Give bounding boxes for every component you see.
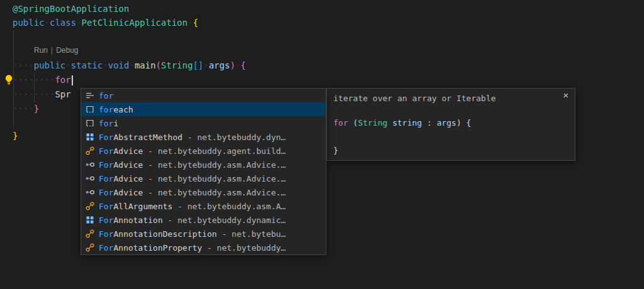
enum-member-icon [85, 173, 95, 183]
suggestion-label: ForAdvice [99, 174, 143, 183]
main-declaration-line[interactable]: ····public·static·void·main(String[]·arg… [13, 59, 246, 72]
code-token: ) { [457, 118, 471, 128]
docs-code-line [333, 130, 570, 144]
suggestion-rest-text: AnnotationDescription [113, 229, 216, 239]
suggestion-label: ForAnnotationDescription [99, 229, 217, 239]
suggestion-label: ForAdvice [99, 160, 143, 170]
suggestion-item[interactable]: ForAdvice - net.bytebuddy.asm.Advice.… [81, 185, 326, 199]
suggestion-item[interactable]: ForAnnotationProperty - net.bytebuddy… [81, 241, 326, 254]
suggestion-detail: - net.bytebuddy.asm.Advice.… [143, 160, 286, 170]
suggestion-label: ForAllArguments [99, 202, 172, 211]
code-token: · [235, 60, 240, 70]
suggestion-detail: - net.bytebuddy.asm.A… [172, 202, 286, 211]
suggestion-detail: - net.bytebuddy.asm.Advice.… [143, 188, 286, 197]
suggestion-match-text: For [99, 202, 113, 211]
docs-summary: iterate over an array or Iterable [327, 89, 575, 103]
codelens-separator: | [51, 46, 53, 55]
enum-member-icon [85, 187, 95, 197]
vscode-editor[interactable]: { "theme": { "editor_background": "#1e1e… [0, 0, 644, 289]
suggestion-match-text: For [99, 215, 113, 225]
suggestion-match-text: for [99, 119, 113, 128]
suggestion-rest-text: Advice [113, 146, 143, 156]
code-token: · [45, 18, 50, 28]
suggestion-rest-text: Annotation [113, 215, 162, 225]
class-declaration-line[interactable]: public·class·PetClinicApplication·{ [13, 16, 198, 30]
suggestion-detail: - net.bytebuddy.dynamic… [163, 215, 286, 225]
suggestion-label: ForAbstractMethod [99, 133, 182, 142]
suggestion-detail: - net.bytebu… [217, 229, 286, 239]
code-token: @SpringBootApplication [13, 4, 129, 14]
code-token: for [333, 118, 348, 128]
code-token: void [108, 60, 130, 70]
class-icon [85, 229, 95, 239]
class-icon [85, 243, 95, 253]
suggestion-match-text: For [99, 146, 113, 156]
code-token: String [161, 60, 193, 70]
code-token: ········ [13, 75, 55, 85]
interface-icon [85, 132, 95, 142]
keyword-icon [85, 90, 95, 101]
suggestion-match-text: For [99, 174, 113, 183]
code-token: ( [156, 60, 161, 70]
code-token: public [13, 18, 45, 28]
class-close-brace-line[interactable]: } [13, 129, 18, 143]
suggestion-rest-text: AbstractMethod [113, 133, 182, 142]
code-token: { [241, 60, 246, 70]
codelens: Run|Debug [34, 45, 79, 55]
code-token: · [65, 60, 70, 70]
suggestion-label: ForAnnotationProperty [99, 243, 202, 253]
close-icon[interactable]: × [563, 90, 569, 101]
codelens-debug-link[interactable]: Debug [56, 46, 78, 55]
suggestion-item[interactable]: ForAllArguments - net.bytebuddy.asm.A… [81, 199, 326, 213]
suggestion-match-text: For [99, 229, 113, 239]
code-token: } [333, 146, 338, 155]
code-token: ( [348, 118, 358, 128]
code-token: ···· [13, 104, 34, 114]
snippet-icon [85, 104, 95, 114]
annotation-line[interactable]: @SpringBootApplication [13, 3, 129, 16]
code-token: Spr [55, 89, 70, 99]
docs-panel: iterate over an array or Iterable × for … [326, 88, 575, 161]
suggestion-item[interactable]: ForAnnotationDescription - net.bytebu… [81, 227, 326, 241]
partial-spring-line[interactable]: ········Spr [13, 88, 71, 101]
suggestion-label: ForAdvice [99, 188, 143, 197]
typed-for-line[interactable]: ········for [13, 74, 73, 87]
suggestion-label: ForAnnotation [99, 215, 163, 225]
code-token [387, 118, 392, 128]
suggestion-detail: - net.bytebuddy… [202, 243, 286, 253]
codelens-run-link[interactable]: Run [34, 46, 48, 55]
suggestion-match-text: For [99, 133, 113, 142]
code-token: string [392, 118, 422, 128]
suggestion-match-text: for [99, 91, 113, 101]
suggestion-label: foreach [99, 105, 133, 114]
suggestion-detail: - net.bytebuddy.agent.build… [143, 146, 286, 156]
suggestion-detail: - net.bytebuddy.asm.Advice.… [143, 174, 286, 183]
suggestion-rest-text: i [113, 119, 118, 128]
suggestion-item[interactable]: fori [81, 116, 326, 130]
code-token: [] [193, 60, 204, 70]
suggestion-rest-text: Advice [113, 160, 143, 170]
suggestion-item[interactable]: ForAbstractMethod - net.bytebuddy.dyn… [81, 130, 326, 144]
code-token: ········ [13, 89, 55, 99]
suggestion-item[interactable]: ForAdvice - net.bytebuddy.asm.Advice.… [81, 172, 326, 185]
main-close-brace-line[interactable]: ····} [13, 102, 39, 116]
suggestion-item[interactable]: ForAnnotation - net.bytebuddy.dynamic… [81, 213, 326, 227]
suggestion-item[interactable]: ForAdvice - net.bytebuddy.asm.Advice.… [81, 158, 326, 172]
code-token: String [358, 118, 387, 128]
suggest-list: forforeachforiForAbstractMethod - net.by… [81, 89, 326, 254]
code-token: for [55, 75, 70, 85]
suggestion-item[interactable]: foreach [81, 102, 326, 116]
class-icon [85, 201, 95, 211]
suggestion-match-text: For [99, 188, 113, 197]
interface-icon [85, 215, 95, 225]
suggestion-match-text: For [99, 243, 113, 253]
code-token: PetClinicApplication [82, 18, 188, 28]
suggestion-rest-text: AllArguments [113, 202, 172, 211]
suggestion-item[interactable]: for [81, 89, 326, 102]
code-token: } [13, 131, 18, 141]
docs-code-line: } [333, 144, 570, 158]
suggestion-label: fori [99, 119, 118, 128]
suggestion-detail: - net.bytebuddy.dyn… [182, 133, 286, 142]
suggestion-item[interactable]: ForAdvice - net.bytebuddy.agent.build… [81, 144, 326, 158]
code-token: · [129, 60, 134, 70]
